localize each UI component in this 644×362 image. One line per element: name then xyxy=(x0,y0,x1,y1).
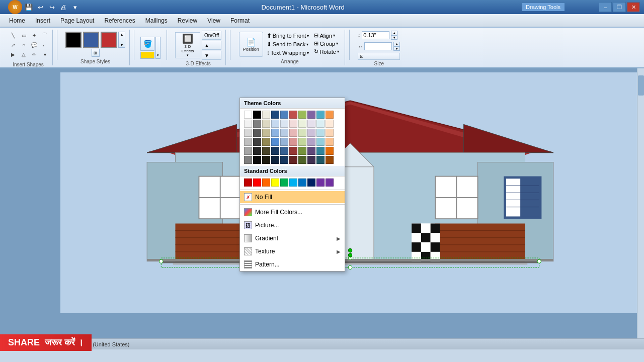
height-input[interactable]: 0.13" xyxy=(362,31,389,39)
theme-color-cell[interactable] xyxy=(316,138,325,146)
save-btn[interactable]: 💾 xyxy=(24,2,34,12)
theme-color-cell[interactable] xyxy=(280,129,288,137)
rotate-item[interactable]: ↻Rotate▾ xyxy=(312,48,340,55)
shape-block-icon[interactable]: ▶ xyxy=(8,50,18,59)
office-button[interactable]: W xyxy=(8,0,22,14)
theme-color-cell[interactable] xyxy=(280,147,288,155)
theme-color-cell[interactable] xyxy=(307,156,315,164)
theme-color-cell[interactable] xyxy=(253,120,261,128)
shape-line-icon[interactable]: ╲ xyxy=(8,31,18,40)
theme-color-cell[interactable] xyxy=(271,156,279,164)
menu-insert[interactable]: Insert xyxy=(30,14,55,27)
theme-color-cell[interactable] xyxy=(298,120,306,128)
width-input[interactable] xyxy=(364,42,392,50)
menu-references[interactable]: References xyxy=(99,14,140,27)
fill-dropdown-arrow[interactable]: ▾ xyxy=(155,37,160,59)
more-styles-btn[interactable]: ⊞ xyxy=(92,49,100,57)
theme-color-cell[interactable] xyxy=(289,147,297,155)
size-dialog-launcher[interactable]: ⊡ xyxy=(358,53,400,60)
document-page[interactable] xyxy=(60,72,640,313)
width-down-btn[interactable]: ▼ xyxy=(393,46,400,51)
shape-more-icon[interactable]: ▾ xyxy=(40,50,50,59)
gradient-item[interactable]: Gradient ▶ xyxy=(240,232,345,245)
no-fill-item[interactable]: ✗ No Fill xyxy=(240,191,345,203)
theme-color-cell[interactable] xyxy=(289,138,297,146)
menu-page-layout[interactable]: Page Layout xyxy=(55,14,99,27)
menu-home[interactable]: Home xyxy=(4,14,30,27)
fill-swatch-blue[interactable] xyxy=(83,32,99,48)
standard-color-cell[interactable] xyxy=(271,178,279,187)
3d-on-off-btn[interactable]: On/Off xyxy=(202,31,221,40)
shape-rect-icon[interactable]: ▭ xyxy=(19,31,29,40)
height-up-btn[interactable]: ▲ xyxy=(391,31,397,35)
menu-view[interactable]: View xyxy=(202,14,225,27)
theme-color-cell[interactable] xyxy=(271,147,279,155)
standard-color-cell[interactable] xyxy=(253,178,261,187)
minimize-btn[interactable]: – xyxy=(599,2,612,12)
theme-color-cell[interactable] xyxy=(307,120,315,128)
theme-color-cell[interactable] xyxy=(262,120,270,128)
shape-connector-icon[interactable]: ⌐ xyxy=(40,40,50,49)
align-item[interactable]: ⊟Align▾ xyxy=(312,32,340,39)
pattern-item[interactable]: Pattern... xyxy=(240,258,345,271)
more-fill-colors-item[interactable]: More Fill Colors... xyxy=(240,206,345,219)
theme-color-cell[interactable] xyxy=(298,147,306,155)
3d-effects-btn[interactable]: 🔲 3-DEffects ▾ xyxy=(175,32,200,58)
fill-swatch-black[interactable] xyxy=(65,32,82,48)
theme-color-cell[interactable] xyxy=(244,147,252,155)
theme-color-cell[interactable] xyxy=(316,156,325,164)
standard-color-cell[interactable] xyxy=(289,178,297,187)
theme-color-cell[interactable] xyxy=(253,138,261,146)
theme-color-cell[interactable] xyxy=(280,156,288,164)
texture-item[interactable]: Texture ▶ xyxy=(240,245,345,258)
fill-color-indicator[interactable] xyxy=(140,52,154,59)
theme-color-cell[interactable] xyxy=(280,120,288,128)
fill-swatch-red[interactable] xyxy=(101,32,117,48)
theme-color-cell[interactable] xyxy=(289,129,297,137)
group-item[interactable]: ⊞Group▾ xyxy=(312,40,340,47)
theme-color-cell[interactable] xyxy=(271,111,279,119)
theme-color-cell[interactable] xyxy=(298,138,306,146)
theme-color-cell[interactable] xyxy=(253,129,261,137)
theme-color-cell[interactable] xyxy=(244,111,252,119)
shape-star-icon[interactable]: ✦ xyxy=(29,31,39,40)
theme-color-cell[interactable] xyxy=(253,147,261,155)
theme-color-cell[interactable] xyxy=(262,138,270,146)
theme-color-cell[interactable] xyxy=(262,129,270,137)
theme-color-cell[interactable] xyxy=(244,156,252,164)
theme-color-cell[interactable] xyxy=(298,111,306,119)
menu-format[interactable]: Format xyxy=(225,14,255,27)
send-to-back-item[interactable]: ⬇ Send to Back ▾ xyxy=(265,40,311,48)
theme-color-cell[interactable] xyxy=(316,129,325,137)
theme-color-cell[interactable] xyxy=(326,120,334,128)
theme-color-cell[interactable] xyxy=(244,120,252,128)
theme-color-cell[interactable] xyxy=(298,129,306,137)
height-down-btn[interactable]: ▼ xyxy=(391,35,397,40)
standard-color-cell[interactable] xyxy=(244,178,252,187)
undo-btn[interactable]: ↩ xyxy=(35,2,45,12)
theme-color-cell[interactable] xyxy=(307,147,315,155)
shape-curve-icon[interactable]: ⌒ xyxy=(40,31,50,40)
scrollbar-thumb[interactable] xyxy=(638,75,644,96)
picture-item[interactable]: 🖼 Picture... xyxy=(240,219,345,232)
shape-freeform-icon[interactable]: ✏ xyxy=(29,50,39,59)
theme-color-cell[interactable] xyxy=(326,156,334,164)
theme-color-cell[interactable] xyxy=(326,147,334,155)
theme-color-cell[interactable] xyxy=(326,111,334,119)
theme-color-cell[interactable] xyxy=(307,111,315,119)
standard-color-cell[interactable] xyxy=(307,178,315,187)
theme-color-cell[interactable] xyxy=(271,138,279,146)
theme-color-cell[interactable] xyxy=(298,156,306,164)
theme-color-cell[interactable] xyxy=(244,138,252,146)
theme-color-cell[interactable] xyxy=(271,129,279,137)
theme-color-cell[interactable] xyxy=(326,138,334,146)
shape-arrow-icon[interactable]: ↗ xyxy=(8,40,18,49)
theme-color-cell[interactable] xyxy=(289,120,297,128)
3d-tilt-up[interactable]: ▲ xyxy=(202,41,221,50)
theme-color-cell[interactable] xyxy=(271,120,279,128)
theme-color-cell[interactable] xyxy=(316,111,325,119)
restore-btn[interactable]: ❐ xyxy=(613,2,626,12)
theme-color-cell[interactable] xyxy=(262,156,270,164)
theme-color-cell[interactable] xyxy=(316,120,325,128)
standard-color-cell[interactable] xyxy=(316,178,325,187)
